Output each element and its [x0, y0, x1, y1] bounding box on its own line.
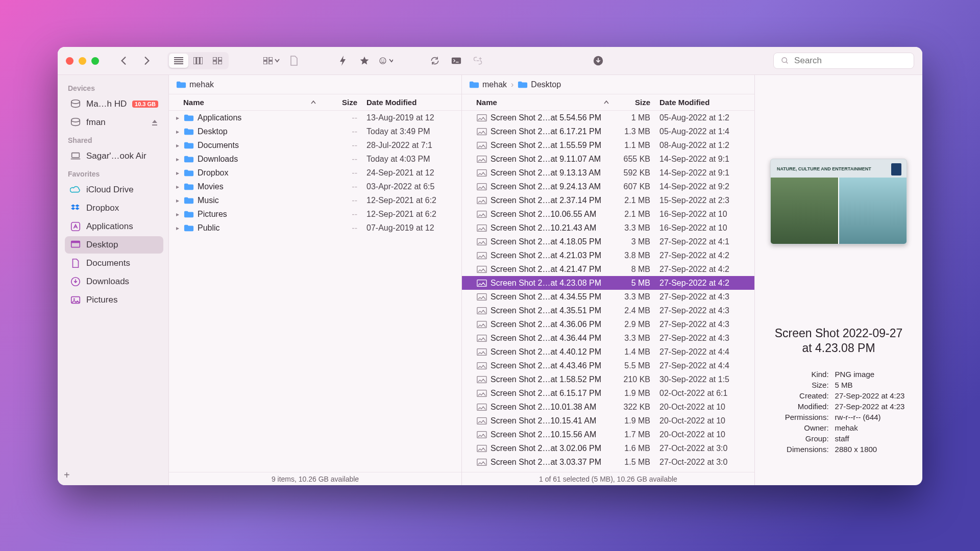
- file-row[interactable]: Screen Shot 2…at 4.21.47 PM8 MB27-Sep-20…: [462, 262, 754, 276]
- file-row[interactable]: Screen Shot 2…at 4.40.12 PM1.4 MB27-Sep-…: [462, 345, 754, 359]
- file-row[interactable]: Screen Shot 2…10.15.41 AM1.9 MB20-Oct-20…: [462, 414, 754, 428]
- forward-button[interactable]: [140, 54, 154, 68]
- file-row[interactable]: Screen Shot 2…10.21.43 AM3.3 MB16-Sep-20…: [462, 221, 754, 235]
- file-row[interactable]: Screen Shot 2…at 1.58.52 PM210 KB30-Sep-…: [462, 372, 754, 386]
- search-field[interactable]: [773, 53, 914, 69]
- file-row[interactable]: Screen Shot 2…at 2.37.14 PM2.1 MB15-Sep-…: [462, 193, 754, 207]
- search-input[interactable]: [794, 56, 906, 66]
- folder-row[interactable]: ▸Documents--28-Jul-2022 at 7:1: [169, 138, 461, 152]
- sidebar-item[interactable]: Ma…h HD10.3 GB: [65, 95, 163, 113]
- column-name[interactable]: Name: [476, 98, 497, 107]
- folder-row[interactable]: ▸Pictures--12-Sep-2021 at 6:2: [169, 207, 461, 221]
- minimize-button[interactable]: [79, 57, 86, 65]
- group-button[interactable]: [263, 57, 280, 64]
- file-row[interactable]: Screen Shot 2…at 4.18.05 PM3 MB27-Sep-20…: [462, 235, 754, 248]
- file-row[interactable]: Screen Shot 2…at 4.21.03 PM3.8 MB27-Sep-…: [462, 248, 754, 262]
- sidebar-item[interactable]: Desktop: [65, 236, 163, 254]
- file-row[interactable]: Screen Shot 2…10.01.38 AM322 KB20-Oct-20…: [462, 400, 754, 414]
- file-size: 2.4 MB: [609, 306, 650, 315]
- sidebar-item[interactable]: Sagar'…ook Air: [65, 147, 163, 165]
- image-file-icon: [476, 238, 487, 246]
- close-button[interactable]: [66, 57, 74, 65]
- disclosure-triangle-icon[interactable]: ▸: [176, 183, 183, 190]
- file-row[interactable]: Screen Shot 2…at 9.11.07 AM655 KB14-Sep-…: [462, 152, 754, 166]
- left-column-header[interactable]: Name Size Date Modified: [169, 94, 461, 111]
- folder-icon: [183, 210, 194, 218]
- disclosure-triangle-icon[interactable]: ▸: [176, 224, 183, 232]
- column-date[interactable]: Date Modified: [650, 98, 747, 107]
- tags-button[interactable]: [379, 54, 393, 68]
- sidebar-item[interactable]: Documents: [65, 255, 163, 272]
- preview-thumbnail[interactable]: NATURE, CULTURE AND ENTERTAINMENT: [770, 159, 907, 244]
- folder-icon: [183, 128, 194, 136]
- column-view-button[interactable]: [188, 54, 208, 68]
- file-name: Screen Shot 2…at 4.23.08 PM: [491, 279, 609, 288]
- file-row[interactable]: Screen Shot 2…at 4.43.46 PM5.5 MB27-Sep-…: [462, 359, 754, 372]
- column-size[interactable]: Size: [609, 98, 650, 107]
- download-button[interactable]: [591, 54, 605, 68]
- file-row[interactable]: Screen Shot 2…at 6.15.17 PM1.9 MB02-Oct-…: [462, 386, 754, 400]
- column-date[interactable]: Date Modified: [357, 98, 454, 107]
- file-row[interactable]: Screen Shot 2…at 5.54.56 PM1 MB05-Aug-20…: [462, 111, 754, 124]
- column-size[interactable]: Size: [316, 98, 357, 107]
- file-size: --: [316, 210, 357, 219]
- new-document-button[interactable]: [287, 54, 301, 68]
- file-row[interactable]: Screen Shot 2…at 1.55.59 PM1.1 MB08-Aug-…: [462, 138, 754, 152]
- file-row[interactable]: Screen Shot 2…at 3.02.06 PM1.6 MB27-Oct-…: [462, 441, 754, 455]
- folder-row[interactable]: ▸Movies--03-Apr-2022 at 6:5: [169, 180, 461, 193]
- svg-rect-8: [269, 57, 273, 60]
- file-row[interactable]: Screen Shot 2…at 3.03.37 PM1.5 MB27-Oct-…: [462, 455, 754, 469]
- eject-icon[interactable]: [151, 119, 158, 126]
- sidebar-item[interactable]: fman: [65, 114, 163, 131]
- file-row[interactable]: Screen Shot 2…10.06.55 AM2.1 MB16-Sep-20…: [462, 207, 754, 221]
- folder-row[interactable]: ▸Desktop--Today at 3:49 PM: [169, 124, 461, 138]
- breadcrumb-item[interactable]: mehak: [176, 80, 214, 89]
- favorite-button[interactable]: [357, 54, 372, 68]
- sidebar-item[interactable]: Dropbox: [65, 199, 163, 217]
- file-row[interactable]: Screen Shot 2…at 4.34.55 PM3.3 MB27-Sep-…: [462, 290, 754, 304]
- terminal-button[interactable]: [449, 54, 463, 68]
- folder-row[interactable]: ▸Applications--13-Aug-2019 at 12: [169, 111, 461, 124]
- new-folder-button[interactable]: +: [64, 469, 70, 481]
- right-file-list[interactable]: Screen Shot 2…at 5.54.56 PM1 MB05-Aug-20…: [462, 111, 754, 472]
- file-row[interactable]: Screen Shot 2…at 4.36.06 PM2.9 MB27-Sep-…: [462, 317, 754, 331]
- left-file-list[interactable]: ▸Applications--13-Aug-2019 at 12▸Desktop…: [169, 111, 461, 472]
- folder-row[interactable]: ▸Downloads--Today at 4:03 PM: [169, 152, 461, 166]
- sidebar-item[interactable]: Applications: [65, 218, 163, 235]
- quick-action-button[interactable]: [336, 54, 350, 68]
- disclosure-triangle-icon[interactable]: ▸: [176, 156, 183, 163]
- file-row[interactable]: Screen Shot 2…at 6.17.21 PM1.3 MB05-Aug-…: [462, 124, 754, 138]
- file-row[interactable]: Screen Shot 2…10.15.56 AM1.7 MB20-Oct-20…: [462, 428, 754, 441]
- breadcrumb-item[interactable]: mehak: [469, 80, 507, 89]
- sync-button[interactable]: [428, 54, 442, 68]
- sidebar-item[interactable]: Downloads: [65, 273, 163, 290]
- disclosure-triangle-icon[interactable]: ▸: [176, 128, 183, 135]
- back-button[interactable]: [116, 54, 131, 68]
- column-name[interactable]: Name: [183, 98, 204, 107]
- file-row[interactable]: Screen Shot 2…at 9.13.13 AM592 KB14-Sep-…: [462, 166, 754, 180]
- add-link-button[interactable]: [471, 54, 485, 68]
- file-size: --: [316, 182, 357, 191]
- file-size: 592 KB: [609, 168, 650, 178]
- folder-row[interactable]: ▸Dropbox--24-Sep-2021 at 12: [169, 166, 461, 180]
- file-name: Screen Shot 2…10.01.38 AM: [491, 403, 609, 412]
- gallery-view-button[interactable]: [208, 54, 227, 68]
- disclosure-triangle-icon[interactable]: ▸: [176, 197, 183, 204]
- file-row[interactable]: Screen Shot 2…at 4.23.08 PM5 MB27-Sep-20…: [462, 276, 754, 290]
- file-row[interactable]: Screen Shot 2…at 4.35.51 PM2.4 MB27-Sep-…: [462, 304, 754, 317]
- breadcrumb-item[interactable]: Desktop: [518, 80, 561, 89]
- list-view-button[interactable]: [169, 54, 188, 68]
- file-row[interactable]: Screen Shot 2…at 9.24.13 AM607 KB14-Sep-…: [462, 180, 754, 193]
- file-row[interactable]: Screen Shot 2…at 4.36.44 PM3.3 MB27-Sep-…: [462, 331, 754, 345]
- disclosure-triangle-icon[interactable]: ▸: [176, 211, 183, 218]
- sidebar-item[interactable]: Pictures: [65, 291, 163, 309]
- right-column-header[interactable]: Name Size Date Modified: [462, 94, 754, 111]
- disclosure-triangle-icon[interactable]: ▸: [176, 114, 183, 121]
- file-name: Screen Shot 2…at 4.40.12 PM: [491, 347, 609, 357]
- zoom-button[interactable]: [91, 57, 99, 65]
- disclosure-triangle-icon[interactable]: ▸: [176, 142, 183, 149]
- folder-row[interactable]: ▸Music--12-Sep-2021 at 6:2: [169, 193, 461, 207]
- sidebar-item[interactable]: iCloud Drive: [65, 181, 163, 198]
- disclosure-triangle-icon[interactable]: ▸: [176, 169, 183, 177]
- folder-row[interactable]: ▸Public--07-Aug-2019 at 12: [169, 221, 461, 235]
